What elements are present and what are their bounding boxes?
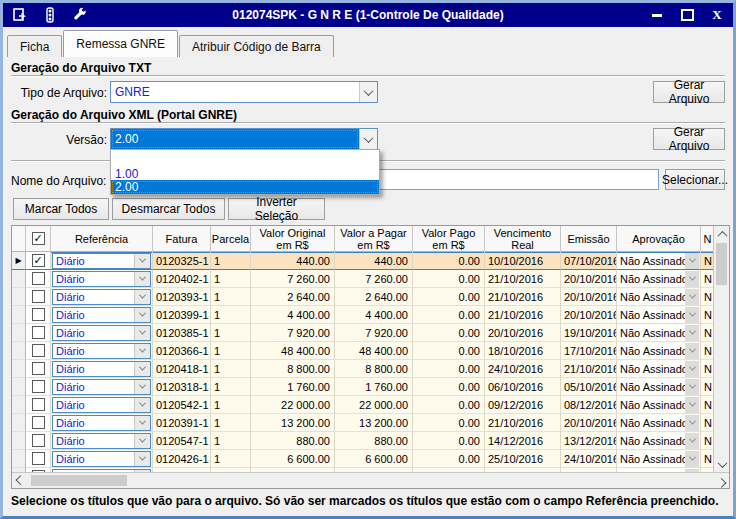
aprovacao-cell[interactable]: Não Assinado — [617, 252, 701, 270]
chevron-down-icon[interactable] — [685, 289, 699, 305]
fatura-cell[interactable]: 0120399-1 — [153, 306, 211, 324]
vencimento-real-cell[interactable]: 21/10/2016 — [485, 270, 561, 288]
table-row[interactable]: Diário 0120385-1 1 7 920.00 7 920.00 0.0… — [12, 324, 729, 342]
header-valor-pago[interactable]: Valor Pago em R$ — [413, 226, 485, 252]
vertical-scrollbar[interactable] — [713, 226, 729, 472]
checkbox-icon[interactable] — [32, 398, 45, 411]
emissao-cell[interactable]: 13/12/2016 — [561, 432, 617, 450]
aprovacao-cell[interactable]: Não Assinado — [617, 324, 701, 342]
traffic-light-icon[interactable] — [40, 5, 60, 25]
valor-pago-cell[interactable]: 0.00 — [413, 324, 485, 342]
valor-pago-cell[interactable]: 0.00 — [413, 288, 485, 306]
referencia-cell[interactable]: Diário — [51, 360, 153, 378]
file-type-combobox[interactable]: GNRE — [110, 81, 378, 103]
valor-a-pagar-cell[interactable]: 22 000.00 — [335, 396, 413, 414]
emissao-cell[interactable]: 20/10/2016 — [561, 306, 617, 324]
parcela-cell[interactable]: 1 — [211, 450, 251, 468]
minimize-button[interactable] — [649, 7, 665, 23]
parcela-cell[interactable]: 1 — [211, 360, 251, 378]
fatura-cell[interactable]: 0120418-1 — [153, 360, 211, 378]
table-row[interactable]: Diário 0120402-1 1 7 260.00 7 260.00 0.0… — [12, 270, 729, 288]
valor-a-pagar-cell[interactable]: 4 400.00 — [335, 306, 413, 324]
fatura-cell[interactable]: 0120426-1 — [153, 450, 211, 468]
fatura-cell[interactable]: 0120325-1 — [153, 252, 211, 270]
aprovacao-combobox[interactable]: Não Assinado — [617, 253, 699, 269]
chevron-down-icon[interactable] — [134, 416, 150, 430]
aprovacao-cell[interactable]: Não Assinado — [617, 342, 701, 360]
valor-original-cell[interactable]: 1 760.00 — [251, 378, 335, 396]
referencia-combobox[interactable]: Diário — [52, 307, 151, 323]
table-row[interactable]: Diário 0120393-1 1 2 640.00 2 640.00 0.0… — [12, 288, 729, 306]
valor-original-cell[interactable]: 2 640.00 — [251, 288, 335, 306]
row-checkbox-cell[interactable] — [26, 450, 51, 468]
emissao-cell[interactable]: 20/10/2016 — [561, 288, 617, 306]
vencimento-real-cell[interactable]: 21/10/2016 — [485, 306, 561, 324]
header-parcela[interactable]: Parcela — [211, 226, 251, 252]
aprovacao-combobox[interactable]: Não Assinado — [617, 415, 699, 431]
row-checkbox-cell[interactable] — [26, 288, 51, 306]
emissao-cell[interactable]: 20/10/2016 — [561, 414, 617, 432]
dropdown-option-selected[interactable]: 2.00 — [111, 180, 379, 194]
referencia-cell[interactable]: Diário — [51, 450, 153, 468]
parcela-cell[interactable]: 1 — [211, 252, 251, 270]
valor-pago-cell[interactable]: 0.00 — [413, 414, 485, 432]
row-checkbox-cell[interactable] — [26, 306, 51, 324]
select-all-checkbox[interactable] — [26, 226, 51, 252]
valor-original-cell[interactable]: 7 260.00 — [251, 270, 335, 288]
chevron-down-icon[interactable] — [685, 343, 699, 359]
referencia-cell[interactable]: Diário — [51, 324, 153, 342]
referencia-combobox[interactable]: Diário — [52, 271, 151, 287]
valor-original-cell[interactable]: 880.00 — [251, 432, 335, 450]
referencia-combobox[interactable]: Diário — [52, 451, 151, 467]
aprovacao-combobox[interactable]: Não Assinado — [617, 343, 699, 359]
chevron-down-icon[interactable] — [134, 326, 150, 340]
table-row[interactable]: Diário 0120399-1 1 4 400.00 4 400.00 0.0… — [12, 306, 729, 324]
referencia-combobox[interactable]: Diário — [52, 343, 151, 359]
valor-a-pagar-cell[interactable]: 7 920.00 — [335, 324, 413, 342]
table-row[interactable]: Diário 0120391-1 1 13 200.00 13 200.00 0… — [12, 414, 729, 432]
row-checkbox-cell[interactable] — [26, 378, 51, 396]
maximize-button[interactable] — [679, 7, 695, 23]
valor-pago-cell[interactable]: 0.00 — [413, 252, 485, 270]
checkbox-icon[interactable] — [32, 290, 45, 303]
aprovacao-combobox[interactable]: Não Assinado — [617, 289, 699, 305]
aprovacao-combobox[interactable]: Não Assinado — [617, 397, 699, 413]
valor-pago-cell[interactable]: 0.00 — [413, 270, 485, 288]
fatura-cell[interactable]: 0120318-1 — [153, 378, 211, 396]
dropdown-option-blank[interactable] — [111, 150, 379, 167]
valor-a-pagar-cell[interactable]: 8 800.00 — [335, 360, 413, 378]
referencia-cell[interactable]: Diário — [51, 432, 153, 450]
vencimento-real-cell[interactable]: 18/10/2016 — [485, 342, 561, 360]
fatura-cell[interactable]: 0120366-1 — [153, 342, 211, 360]
valor-a-pagar-cell[interactable]: 2 640.00 — [335, 288, 413, 306]
parcela-cell[interactable]: 1 — [211, 432, 251, 450]
aprovacao-combobox[interactable]: Não Assinado — [617, 307, 699, 323]
referencia-cell[interactable]: Diário — [51, 270, 153, 288]
valor-pago-cell[interactable]: 0.00 — [413, 360, 485, 378]
scroll-left-icon[interactable] — [12, 473, 28, 489]
valor-pago-cell[interactable]: 0.00 — [413, 432, 485, 450]
dropdown-option[interactable]: 1.00 — [111, 167, 379, 180]
aprovacao-cell[interactable]: Não Assinado — [617, 432, 701, 450]
chevron-down-icon[interactable] — [134, 344, 150, 358]
aprovacao-combobox[interactable]: Não Assinado — [617, 433, 699, 449]
scroll-up-icon[interactable] — [714, 226, 730, 242]
row-checkbox-cell[interactable] — [26, 252, 51, 270]
parcela-cell[interactable]: 1 — [211, 414, 251, 432]
referencia-cell[interactable]: Diário — [51, 396, 153, 414]
referencia-combobox[interactable]: Diário — [52, 433, 151, 449]
aprovacao-combobox[interactable]: Não Assinado — [617, 451, 699, 467]
vencimento-real-cell[interactable]: 24/10/2016 — [485, 360, 561, 378]
horizontal-scrollbar[interactable] — [12, 472, 729, 488]
valor-a-pagar-cell[interactable]: 880.00 — [335, 432, 413, 450]
vencimento-real-cell[interactable]: 25/10/2016 — [485, 450, 561, 468]
chevron-down-icon[interactable] — [685, 361, 699, 377]
row-checkbox-cell[interactable] — [26, 342, 51, 360]
checkbox-icon[interactable] — [32, 380, 45, 393]
chevron-down-icon[interactable] — [134, 362, 150, 376]
referencia-combobox[interactable]: Diário — [52, 325, 151, 341]
row-checkbox-cell[interactable] — [26, 414, 51, 432]
tab[interactable]: Atribuir Código de Barra — [179, 35, 334, 57]
referencia-cell[interactable]: Diário — [51, 252, 153, 270]
checkbox-icon[interactable] — [32, 254, 45, 267]
